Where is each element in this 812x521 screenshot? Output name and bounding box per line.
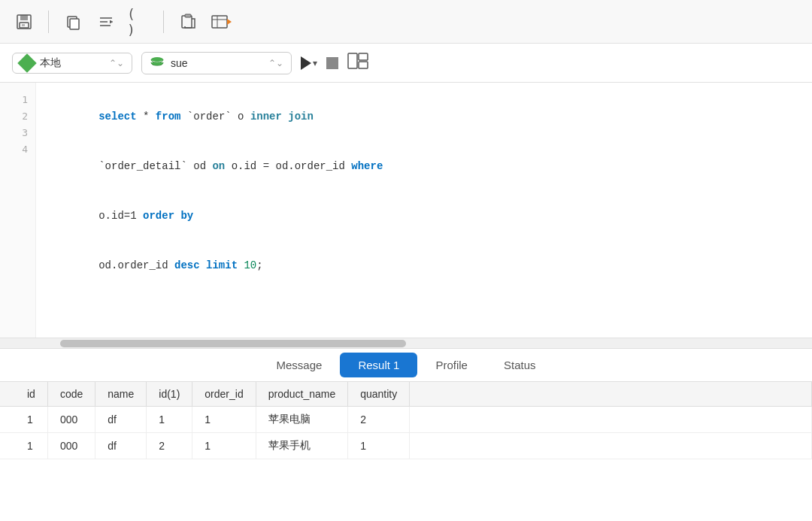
col-header-id1: id(1): [147, 382, 192, 407]
col-header-code: code: [47, 382, 95, 407]
line-numbers: 1 2 3 4: [0, 83, 36, 338]
tab-message[interactable]: Message: [259, 353, 341, 377]
run-button[interactable]: ▾: [301, 56, 317, 70]
table-header-row: id code name id(1) order_id product_name…: [0, 382, 812, 407]
sql-editor[interactable]: select * from `order` o inner join `orde…: [36, 83, 812, 338]
cell-product-name: 苹果电脑: [256, 407, 348, 433]
cell-order-id: 1: [192, 407, 256, 433]
svg-rect-3: [22, 24, 25, 26]
split-view-button[interactable]: [347, 53, 368, 73]
results-panel: Message Result 1 Profile Status id code …: [0, 348, 812, 521]
code-line-2: `order_detail` od on o.id = od.order_id …: [48, 141, 800, 191]
editor-area: 1 2 3 4 select * from `order` o inner jo…: [0, 83, 812, 348]
line-number-2: 2: [22, 108, 28, 125]
toolbar: ( ): [0, 0, 812, 44]
svg-rect-17: [359, 53, 368, 60]
cell-product-name: 苹果手机: [256, 433, 348, 459]
cell-id: 1: [0, 433, 47, 459]
code-line-4: od.order_id desc limit 10;: [48, 241, 800, 290]
cell-id1: 1: [147, 407, 192, 433]
cell-id: 1: [0, 407, 47, 433]
cell-name: df: [95, 433, 147, 459]
col-header-extra: [410, 382, 812, 407]
svg-rect-11: [212, 16, 227, 28]
db-connection-select[interactable]: sue ⌃⌄: [141, 52, 292, 74]
col-header-quantity: quantity: [348, 382, 410, 407]
parentheses-icon[interactable]: ( ): [127, 10, 151, 34]
local-connection-select[interactable]: 本地 ⌃⌄: [12, 53, 132, 74]
divider-2: [163, 11, 164, 33]
cell-quantity: 2: [348, 407, 410, 433]
db-label: sue: [171, 57, 262, 69]
code-line-3: o.id=1 order by: [48, 191, 800, 241]
cell-order-id: 1: [192, 433, 256, 459]
table-row: 1 000 df 2 1 苹果手机 1: [0, 433, 812, 459]
results-table: id code name id(1) order_id product_name…: [0, 382, 812, 459]
copy-sql-icon[interactable]: [61, 10, 85, 34]
cell-id1: 2: [147, 433, 192, 459]
scrollbar-thumb[interactable]: [60, 340, 406, 347]
svg-rect-5: [70, 19, 79, 29]
stop-button[interactable]: [326, 57, 338, 69]
connection-bar: 本地 ⌃⌄ sue ⌃⌄ ▾: [0, 44, 812, 83]
svg-rect-18: [359, 62, 368, 68]
col-header-product-name: product_name: [256, 382, 348, 407]
cell-name: df: [95, 407, 147, 433]
local-arrow-icon: ⌃⌄: [109, 58, 124, 68]
line-number-1: 1: [22, 92, 28, 108]
results-tabs: Message Result 1 Profile Status: [0, 349, 812, 382]
line-number-3: 3: [22, 125, 28, 141]
line-number-4: 4: [22, 141, 28, 158]
tab-status[interactable]: Status: [486, 353, 554, 377]
svg-point-15: [151, 57, 163, 62]
format-icon[interactable]: [94, 10, 118, 34]
svg-rect-1: [20, 15, 28, 20]
code-line-1: select * from `order` o inner join: [48, 92, 800, 141]
col-header-id: id: [0, 382, 47, 407]
cell-code: 000: [47, 407, 95, 433]
cell-code: 000: [47, 433, 95, 459]
cell-quantity: 1: [348, 433, 410, 459]
run-dropdown-icon: ▾: [313, 58, 317, 68]
svg-rect-16: [348, 53, 357, 68]
tab-result1[interactable]: Result 1: [340, 353, 417, 377]
cell-extra: [410, 433, 812, 459]
grid-execute-icon[interactable]: [209, 10, 233, 34]
data-table-wrap: id code name id(1) order_id product_name…: [0, 382, 812, 521]
col-header-order-id: order_id: [192, 382, 256, 407]
svg-rect-10: [185, 14, 191, 17]
db-arrow-icon: ⌃⌄: [268, 58, 283, 68]
local-label: 本地: [40, 56, 103, 70]
cell-extra: [410, 407, 812, 433]
svg-marker-14: [227, 19, 232, 25]
paste-icon[interactable]: [176, 10, 200, 34]
col-header-name: name: [95, 382, 147, 407]
editor-content: 1 2 3 4 select * from `order` o inner jo…: [0, 83, 812, 338]
divider-1: [48, 11, 49, 33]
table-row: 1 000 df 1 1 苹果电脑 2: [0, 407, 812, 433]
save-icon[interactable]: [12, 10, 36, 34]
editor-scrollbar[interactable]: [0, 338, 812, 348]
tab-profile[interactable]: Profile: [417, 353, 486, 377]
